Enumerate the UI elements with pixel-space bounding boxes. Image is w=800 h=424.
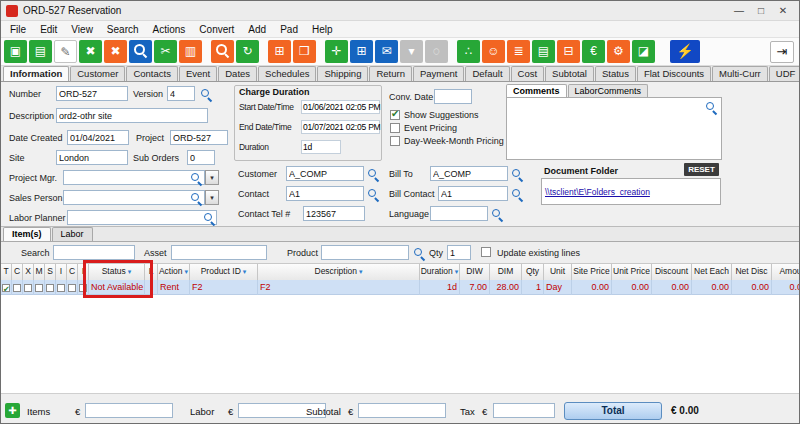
number-input[interactable] — [56, 86, 128, 101]
row-checkbox-cell[interactable] — [56, 280, 67, 295]
cell-discount[interactable]: 0.00 — [652, 280, 692, 295]
tab-shipping[interactable]: Shipping — [317, 66, 368, 81]
cell-dim[interactable]: 28.00 — [490, 280, 522, 295]
asset-input[interactable] — [171, 245, 267, 260]
cell-duration[interactable]: 1d — [420, 280, 460, 295]
minimize-button[interactable]: — — [728, 5, 750, 16]
column-header-net-disc[interactable]: Net Disc — [732, 264, 772, 280]
column-header-discount[interactable]: Discount — [652, 264, 692, 280]
row-checkbox-cell[interactable] — [23, 280, 34, 295]
column-header-amou[interactable]: Amou — [772, 264, 799, 280]
row-checkbox-cell[interactable] — [67, 280, 78, 295]
checkbox-icon[interactable] — [79, 284, 87, 292]
smiley-icon[interactable]: ☺ — [482, 40, 505, 63]
table-row[interactable]: Not AvailableRentF2F21d7.0028.001Day0.00… — [1, 280, 799, 295]
cell-site-price[interactable]: 0.00 — [572, 280, 612, 295]
calculator-icon[interactable]: ⊟ — [557, 40, 580, 63]
search-icon[interactable] — [200, 88, 212, 100]
contact-tel-input[interactable] — [303, 206, 365, 221]
option-show-suggestions[interactable]: Show Suggestions — [390, 108, 504, 121]
menu-edit[interactable]: Edit — [33, 24, 64, 35]
cart-icon[interactable]: ⊞ — [268, 40, 291, 63]
search-icon[interactable] — [203, 212, 215, 224]
document-icon[interactable]: ▤ — [532, 40, 555, 63]
column-header-t[interactable]: T — [1, 264, 12, 280]
tax-input[interactable] — [493, 403, 555, 418]
tab-return[interactable]: Return — [369, 66, 412, 81]
total-button[interactable]: Total — [564, 402, 662, 420]
add-line-icon[interactable]: ✚ — [5, 403, 20, 418]
column-header-c[interactable]: C — [12, 264, 23, 280]
share-icon[interactable]: ∴ — [457, 40, 480, 63]
disabled-icon[interactable]: ◌ — [425, 40, 448, 63]
start-datetime-value[interactable]: 01/06/2021 02:05 PM — [301, 100, 380, 114]
refresh-icon[interactable]: ↻ — [236, 40, 259, 63]
checkbox-icon[interactable] — [390, 110, 400, 120]
tab-udf[interactable]: UDF — [769, 66, 800, 81]
checkbox-icon[interactable] — [24, 284, 32, 292]
cell-l[interactable] — [145, 280, 158, 295]
search-icon[interactable] — [190, 192, 202, 204]
row-checkbox-cell[interactable] — [78, 280, 89, 295]
option-event-pricing[interactable]: Event Pricing — [390, 121, 504, 134]
tab-contacts[interactable]: Contacts — [126, 66, 178, 81]
cell-status[interactable]: Not Available — [89, 280, 145, 295]
tab-multi-curr[interactable]: Multi-Curr — [712, 66, 768, 81]
contact-input[interactable] — [286, 186, 364, 201]
cell-amou[interactable]: 0.00 — [772, 280, 799, 295]
search-icon[interactable] — [190, 172, 202, 184]
row-checkbox-cell[interactable] — [12, 280, 23, 295]
grid-empty-area[interactable] — [1, 295, 799, 393]
checkbox-icon[interactable] — [390, 136, 400, 146]
sub-orders-input[interactable] — [187, 150, 215, 165]
bill-to-input[interactable] — [430, 166, 508, 181]
column-header-description[interactable]: Description — [258, 264, 420, 280]
row-checkbox-cell[interactable] — [1, 280, 12, 295]
grid-icon[interactable]: ⊞ — [350, 40, 373, 63]
menu-actions[interactable]: Actions — [146, 24, 193, 35]
find-item-icon[interactable] — [129, 40, 152, 63]
cell-net-each[interactable]: 0.00 — [692, 280, 732, 295]
power-icon[interactable]: ⚡ — [670, 40, 700, 63]
tab-status[interactable]: Status — [595, 66, 636, 81]
menu-pad[interactable]: Pad — [273, 24, 305, 35]
column-header-i[interactable]: I — [78, 264, 89, 280]
column-header-dim[interactable]: DIM — [490, 264, 522, 280]
paste-icon[interactable]: ▥ — [179, 40, 202, 63]
cut-icon[interactable]: ✂ — [154, 40, 177, 63]
description-input[interactable] — [56, 108, 208, 123]
items-total-input[interactable] — [85, 403, 173, 418]
tab-dates[interactable]: Dates — [218, 66, 257, 81]
cell-unit-price[interactable]: 0.00 — [612, 280, 652, 295]
labor-planner-input[interactable] — [67, 210, 217, 225]
column-header-x[interactable]: X — [23, 264, 34, 280]
column-header-m[interactable]: M — [34, 264, 45, 280]
tab-customer[interactable]: Customer — [70, 66, 125, 81]
cell-product-id[interactable]: F2 — [190, 280, 258, 295]
chart-icon[interactable]: ◪ — [632, 40, 655, 63]
update-lines-checkbox[interactable] — [481, 247, 491, 257]
product-input[interactable] — [321, 245, 409, 260]
delete-icon[interactable]: ✖ — [79, 40, 102, 63]
document-folder-link[interactable]: \\tsclient\E\Folders_creation — [545, 187, 650, 197]
cell-unit[interactable]: Day — [544, 280, 572, 295]
project-input[interactable] — [170, 130, 228, 145]
search-icon[interactable] — [413, 247, 425, 259]
end-datetime-value[interactable]: 01/07/2021 02:05 PM — [301, 120, 380, 134]
checkbox-icon[interactable] — [2, 284, 10, 292]
tasks-icon[interactable]: ≣ — [507, 40, 530, 63]
customer-input[interactable] — [286, 166, 364, 181]
expand-icon[interactable]: ✛ — [325, 40, 348, 63]
tab-cost[interactable]: Cost — [511, 66, 545, 81]
maximize-button[interactable]: □ — [750, 5, 772, 16]
search-icon[interactable] — [367, 168, 379, 180]
column-header-l[interactable]: L — [145, 264, 158, 280]
message-icon[interactable]: ✉ — [375, 40, 398, 63]
cell-description[interactable]: F2 — [258, 280, 420, 295]
bill-contact-input[interactable] — [438, 186, 508, 201]
menu-convert[interactable]: Convert — [192, 24, 241, 35]
tab-information[interactable]: Information — [3, 66, 69, 81]
search-icon[interactable] — [705, 101, 717, 113]
menu-file[interactable]: File — [3, 24, 33, 35]
tab-labor[interactable]: Labor — [52, 227, 93, 241]
